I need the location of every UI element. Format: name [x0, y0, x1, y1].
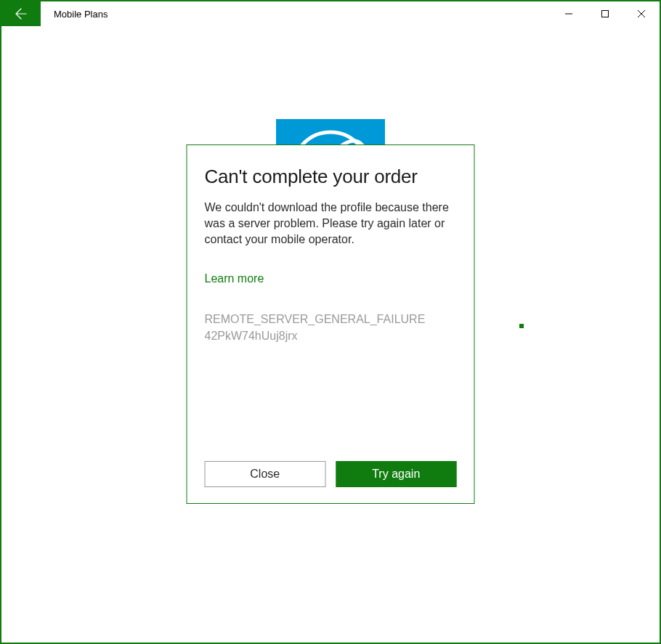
title-bar: Mobile Plans	[1, 1, 660, 26]
svg-rect-0	[602, 11, 609, 17]
window-title: Mobile Plans	[41, 1, 108, 26]
maximize-icon	[601, 10, 609, 17]
learn-more-link[interactable]: Learn more	[205, 272, 457, 285]
try-again-button[interactable]: Try again	[336, 461, 457, 487]
minimize-button[interactable]	[551, 1, 587, 26]
close-button[interactable]: Close	[205, 461, 326, 487]
error-id-line: 42PkW74hUuj8jrx	[205, 328, 457, 344]
dialog-actions: Close Try again	[205, 461, 457, 487]
content-area: Can't complete your order We couldn't do…	[1, 26, 660, 643]
back-button[interactable]	[1, 1, 41, 26]
progress-dot	[519, 324, 524, 328]
back-arrow-icon	[15, 8, 27, 20]
dialog-heading: Can't complete your order	[205, 166, 457, 188]
close-window-button[interactable]	[623, 1, 660, 26]
titlebar-spacer	[108, 1, 551, 26]
error-code: REMOTE_SERVER_GENERAL_FAILURE 42PkW74hUu…	[205, 311, 457, 344]
dialog-spacer	[205, 344, 457, 461]
maximize-button[interactable]	[587, 1, 623, 26]
window-controls	[551, 1, 660, 26]
minimize-icon	[565, 10, 572, 17]
error-code-line: REMOTE_SERVER_GENERAL_FAILURE	[205, 311, 457, 327]
error-dialog: Can't complete your order We couldn't do…	[187, 144, 475, 504]
dialog-message: We couldn't download the profile because…	[205, 200, 457, 248]
close-icon	[638, 10, 645, 17]
